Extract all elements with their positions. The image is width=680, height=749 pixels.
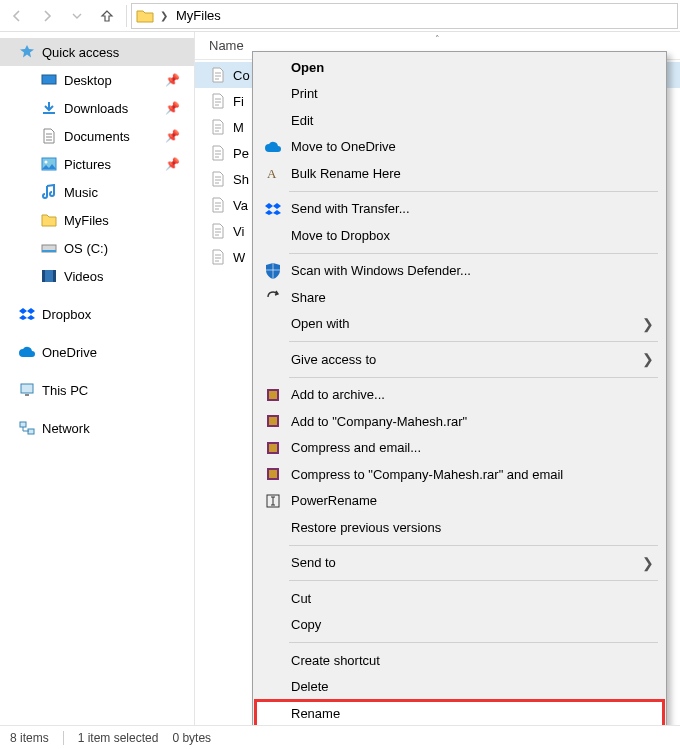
menu-print[interactable]: Print bbox=[255, 81, 664, 108]
text-file-icon bbox=[209, 248, 227, 266]
sidebar-item-music[interactable]: Music bbox=[0, 178, 194, 206]
menu-delete[interactable]: Delete bbox=[255, 674, 664, 701]
menu-separator bbox=[289, 341, 658, 342]
svg-point-3 bbox=[45, 161, 48, 164]
sidebar-item-label: Videos bbox=[64, 269, 104, 284]
sidebar-item-label: Documents bbox=[64, 129, 130, 144]
network-icon bbox=[18, 419, 36, 437]
sidebar-item-label: Quick access bbox=[42, 45, 119, 60]
breadcrumb-folder[interactable]: MyFiles bbox=[174, 6, 223, 25]
recent-dropdown[interactable] bbox=[62, 1, 92, 31]
star-icon bbox=[18, 43, 36, 61]
pin-icon: 📌 bbox=[165, 101, 180, 115]
sidebar-item-label: Desktop bbox=[64, 73, 112, 88]
download-icon bbox=[40, 99, 58, 117]
menu-bulk-rename[interactable]: A Bulk Rename Here bbox=[255, 160, 664, 187]
chevron-right-icon: ❯ bbox=[642, 316, 654, 332]
menu-separator bbox=[289, 580, 658, 581]
menu-share[interactable]: Share bbox=[255, 284, 664, 311]
music-icon bbox=[40, 183, 58, 201]
svg-rect-9 bbox=[21, 384, 33, 393]
archive-icon bbox=[263, 464, 283, 484]
text-file-icon bbox=[209, 144, 227, 162]
address-bar[interactable]: ❯ MyFiles bbox=[131, 3, 678, 29]
menu-separator bbox=[289, 191, 658, 192]
sidebar-item-videos[interactable]: Videos bbox=[0, 262, 194, 290]
sidebar-item-os-drive[interactable]: OS (C:) bbox=[0, 234, 194, 262]
sidebar-item-network[interactable]: Network bbox=[0, 414, 194, 442]
status-bar: 8 items 1 item selected 0 bytes bbox=[0, 725, 680, 749]
file-name: Pe bbox=[233, 146, 249, 161]
menu-compress-email[interactable]: Compress and email... bbox=[255, 435, 664, 462]
status-size: 0 bytes bbox=[172, 731, 211, 745]
sidebar-item-documents[interactable]: Documents 📌 bbox=[0, 122, 194, 150]
pin-icon: 📌 bbox=[165, 73, 180, 87]
sidebar-item-label: MyFiles bbox=[64, 213, 109, 228]
archive-icon bbox=[263, 385, 283, 405]
sidebar-item-desktop[interactable]: Desktop 📌 bbox=[0, 66, 194, 94]
separator bbox=[63, 731, 64, 745]
text-file-icon bbox=[209, 170, 227, 188]
up-button[interactable] bbox=[92, 1, 122, 31]
svg-text:A: A bbox=[267, 166, 277, 181]
forward-button[interactable] bbox=[32, 1, 62, 31]
sidebar-item-label: Pictures bbox=[64, 157, 111, 172]
menu-send-to[interactable]: Send to❯ bbox=[255, 550, 664, 577]
shield-icon bbox=[263, 261, 283, 281]
desktop-icon bbox=[40, 71, 58, 89]
menu-rename[interactable]: Rename bbox=[255, 700, 664, 727]
sidebar-quick-access[interactable]: Quick access bbox=[0, 38, 194, 66]
svg-rect-19 bbox=[269, 444, 277, 452]
file-name: Fi bbox=[233, 94, 244, 109]
dropbox-icon bbox=[263, 199, 283, 219]
menu-edit[interactable]: Edit bbox=[255, 107, 664, 134]
menu-move-onedrive[interactable]: Move to OneDrive bbox=[255, 134, 664, 161]
menu-open[interactable]: Open bbox=[255, 54, 664, 81]
menu-compress-to-email[interactable]: Compress to "Company-Mahesh.rar" and ema… bbox=[255, 461, 664, 488]
picture-icon bbox=[40, 155, 58, 173]
menu-move-dropbox[interactable]: Move to Dropbox bbox=[255, 222, 664, 249]
sidebar-item-label: OS (C:) bbox=[64, 241, 108, 256]
svg-rect-15 bbox=[269, 391, 277, 399]
svg-rect-11 bbox=[20, 422, 26, 427]
status-selection: 1 item selected bbox=[78, 731, 159, 745]
svg-rect-5 bbox=[42, 250, 56, 252]
folder-icon bbox=[136, 7, 154, 25]
menu-add-archive[interactable]: Add to archive... bbox=[255, 382, 664, 409]
context-menu: Open Print Edit Move to OneDrive A Bulk … bbox=[252, 51, 667, 749]
file-name: Sh bbox=[233, 172, 249, 187]
svg-rect-10 bbox=[25, 394, 29, 396]
sidebar-item-label: Network bbox=[42, 421, 90, 436]
document-icon bbox=[40, 127, 58, 145]
sidebar-item-label: Music bbox=[64, 185, 98, 200]
folder-icon bbox=[40, 211, 58, 229]
back-button[interactable] bbox=[2, 1, 32, 31]
menu-copy[interactable]: Copy bbox=[255, 612, 664, 639]
menu-separator bbox=[289, 377, 658, 378]
chevron-right-icon[interactable]: ❯ bbox=[158, 10, 170, 21]
sidebar-item-myfiles[interactable]: MyFiles bbox=[0, 206, 194, 234]
menu-restore[interactable]: Restore previous versions bbox=[255, 514, 664, 541]
sidebar-item-onedrive[interactable]: OneDrive bbox=[0, 338, 194, 366]
menu-open-with[interactable]: Open with❯ bbox=[255, 311, 664, 338]
menu-defender[interactable]: Scan with Windows Defender... bbox=[255, 258, 664, 285]
powerrename-icon bbox=[263, 491, 283, 511]
sidebar-item-pictures[interactable]: Pictures 📌 bbox=[0, 150, 194, 178]
menu-give-access[interactable]: Give access to❯ bbox=[255, 346, 664, 373]
sidebar-item-dropbox[interactable]: Dropbox bbox=[0, 300, 194, 328]
menu-send-transfer[interactable]: Send with Transfer... bbox=[255, 196, 664, 223]
status-item-count: 8 items bbox=[10, 731, 49, 745]
rename-icon: A bbox=[263, 163, 283, 183]
menu-cut[interactable]: Cut bbox=[255, 585, 664, 612]
sidebar-item-this-pc[interactable]: This PC bbox=[0, 376, 194, 404]
text-file-icon bbox=[209, 92, 227, 110]
chevron-right-icon: ❯ bbox=[642, 555, 654, 571]
menu-add-to-rar[interactable]: Add to "Company-Mahesh.rar" bbox=[255, 408, 664, 435]
menu-powerrename[interactable]: PowerRename bbox=[255, 488, 664, 515]
menu-separator bbox=[289, 545, 658, 546]
file-name: W bbox=[233, 250, 245, 265]
sidebar-item-downloads[interactable]: Downloads 📌 bbox=[0, 94, 194, 122]
sidebar-item-label: This PC bbox=[42, 383, 88, 398]
menu-create-shortcut[interactable]: Create shortcut bbox=[255, 647, 664, 674]
archive-icon bbox=[263, 438, 283, 458]
